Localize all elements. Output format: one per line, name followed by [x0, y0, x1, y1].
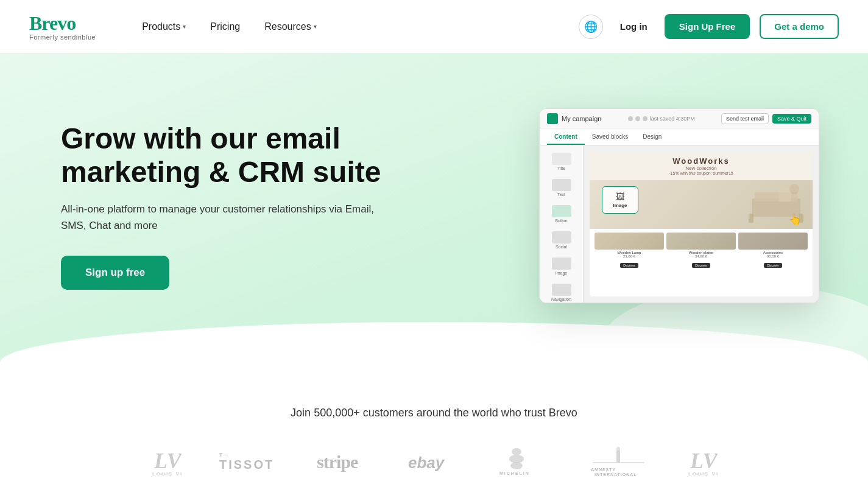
button-block-icon	[552, 205, 571, 217]
editor-topbar: My campaign last saved 4:30PM Send test …	[540, 109, 819, 128]
block-button[interactable]: Button	[542, 203, 580, 225]
block-title-label: Title	[557, 166, 565, 170]
navbar: Brevo Formerly sendinblue Products ▾ Pri…	[0, 0, 868, 54]
editor-topbar-mid: last saved 4:30PM	[628, 116, 695, 122]
image-block-icon	[552, 258, 571, 270]
svg-text:stripe: stripe	[317, 452, 358, 472]
block-image-label: Image	[556, 271, 567, 275]
svg-point-14	[510, 462, 523, 469]
svg-text:ebay: ebay	[408, 454, 445, 472]
trusted-headline: Join 500,000+ customers around the world…	[291, 407, 577, 419]
editor-mockup: My campaign last saved 4:30PM Send test …	[539, 108, 819, 303]
language-selector[interactable]: 🌐	[579, 15, 603, 39]
svg-text:AMNESTY: AMNESTY	[591, 468, 616, 472]
hero-cta-button[interactable]: Sign up free	[61, 256, 169, 290]
product-3: Accessories 90,00 € Discover	[738, 233, 808, 269]
tab-saved-blocks[interactable]: Saved blocks	[585, 130, 635, 145]
editor-sidebar: Title Text Button Social	[540, 145, 584, 303]
product-2: Wooden platter 34,00 € Discover	[666, 233, 736, 269]
canvas-content: WoodWorks New collection -15% with this …	[590, 152, 813, 296]
save-quit-button[interactable]: Save & Quit	[772, 114, 811, 124]
svg-text:TISSOT: TISSOT	[219, 458, 274, 471]
product-3-price: 90,00 €	[738, 254, 808, 258]
product-3-image	[738, 233, 808, 250]
svg-rect-2	[749, 214, 753, 223]
logo-lv2: LV LOUIS VUITTON	[687, 444, 718, 477]
svg-point-13	[509, 455, 524, 463]
dot-3	[643, 116, 647, 121]
michelin-svg: MICHELIN	[498, 446, 553, 476]
window-controls	[628, 116, 647, 121]
globe-icon: 🌐	[584, 20, 598, 33]
amnesty-svg: AMNESTY INTERNATIONAL	[590, 446, 651, 476]
logo-lv1: LV LOUIS VUITTON	[151, 444, 182, 477]
product-2-price: 34,00 €	[666, 254, 736, 258]
svg-point-17	[616, 447, 620, 452]
demo-button[interactable]: Get a demo	[760, 14, 839, 39]
nav-resources-label: Resources	[264, 21, 311, 32]
title-block-icon	[552, 153, 571, 165]
product-1-price: 23,00 €	[595, 254, 664, 258]
tab-content[interactable]: Content	[547, 130, 585, 145]
block-button-label: Button	[555, 219, 567, 223]
svg-text:LOUIS VUITTON: LOUIS VUITTON	[688, 471, 718, 477]
brand-formerly: Formerly sendinblue	[29, 33, 96, 41]
logo-ebay: ebay	[407, 449, 462, 473]
product-2-image	[666, 233, 736, 250]
nav-resources[interactable]: Resources ▾	[255, 16, 326, 37]
svg-rect-16	[616, 450, 620, 463]
block-social-label: Social	[556, 245, 567, 249]
email-image-area: 🖼 Image 👆	[590, 180, 813, 229]
chevron-down-icon: ▾	[183, 23, 186, 30]
logo[interactable]: Brevo Formerly sendinblue	[29, 12, 96, 41]
hero-content: Grow with our email marketing & CRM suit…	[61, 122, 426, 290]
editor-topbar-right: Send test email Save & Quit	[721, 113, 811, 124]
hero-title: Grow with our email marketing & CRM suit…	[61, 122, 402, 189]
logo-tissot: T↔ TISSOT	[218, 447, 279, 474]
nav-links: Products ▾ Pricing Resources ▾	[132, 16, 326, 37]
hero-visual: My campaign last saved 4:30PM Send test …	[426, 108, 819, 303]
nav-right: 🌐 Log in Sign Up Free Get a demo	[579, 14, 839, 39]
furniture-illustration	[746, 180, 806, 226]
discover-btn-2[interactable]: Discover	[692, 263, 710, 268]
login-button[interactable]: Log in	[613, 16, 655, 37]
dot-2	[635, 116, 640, 121]
editor-topbar-left: My campaign	[547, 113, 601, 124]
block-social[interactable]: Social	[542, 229, 580, 251]
svg-text:T↔: T↔	[219, 452, 230, 458]
send-test-button[interactable]: Send test email	[721, 113, 769, 124]
block-navigation[interactable]: Navigation	[542, 281, 580, 303]
block-image[interactable]: Image	[542, 255, 580, 278]
svg-text:LV: LV	[690, 449, 718, 473]
product-1: Wooden Lamp 23,00 € Discover	[595, 233, 664, 269]
product-1-image	[595, 233, 664, 250]
editor-tabs: Content Saved blocks Design	[540, 128, 819, 145]
stripe-svg: stripe	[316, 449, 370, 473]
social-block-icon	[552, 231, 571, 244]
logo-amnesty: AMNESTY INTERNATIONAL	[590, 446, 651, 476]
svg-text:LOUIS VUITTON: LOUIS VUITTON	[152, 471, 182, 477]
nav-pricing[interactable]: Pricing	[200, 16, 250, 37]
hero-curve	[0, 322, 868, 370]
signup-button[interactable]: Sign Up Free	[665, 14, 750, 39]
block-text[interactable]: Text	[542, 177, 580, 199]
block-text-label: Text	[557, 192, 565, 197]
brand-name: Brevo	[29, 12, 96, 35]
image-icon: 🖼	[616, 192, 624, 201]
block-title[interactable]: Title	[542, 150, 580, 173]
text-block-icon	[552, 179, 571, 191]
lv-monogram-svg: LV LOUIS VUITTON	[151, 444, 182, 477]
discover-btn-1[interactable]: Discover	[620, 263, 638, 268]
editor-logo	[547, 113, 558, 124]
image-drag-overlay[interactable]: 🖼 Image	[602, 186, 638, 214]
hero-section: Grow with our email marketing & CRM suit…	[0, 54, 868, 370]
block-nav-label: Navigation	[551, 297, 571, 301]
svg-point-5	[789, 184, 799, 194]
email-products-row: Wooden Lamp 23,00 € Discover Wooden plat…	[590, 229, 813, 273]
discover-btn-3[interactable]: Discover	[764, 263, 782, 268]
nav-products-label: Products	[142, 21, 180, 32]
tab-design[interactable]: Design	[635, 130, 669, 145]
nav-products[interactable]: Products ▾	[132, 16, 196, 37]
nav-center: Products ▾ Pricing Resources ▾	[96, 16, 579, 37]
svg-rect-4	[779, 186, 791, 201]
